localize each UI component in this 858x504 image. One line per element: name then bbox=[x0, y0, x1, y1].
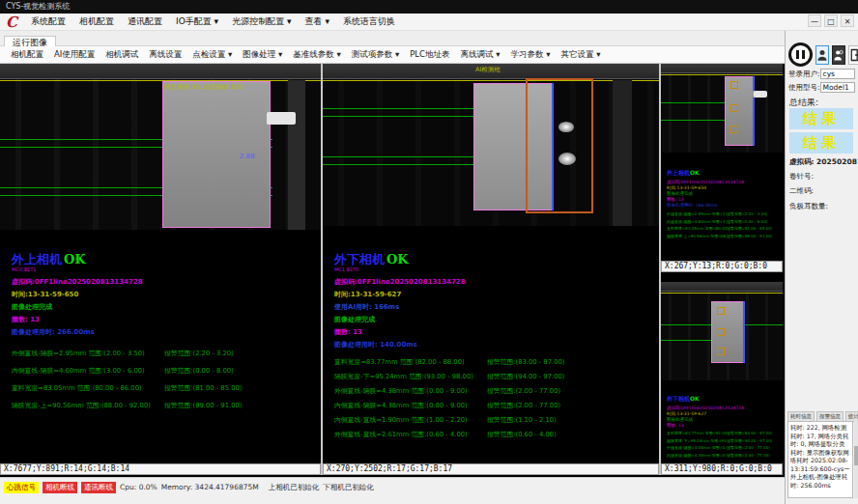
measurement-text: 外侧直线-隔膜=2.95mm 范围:(2.00 - 3.50) bbox=[12, 349, 164, 358]
measurement-text: 直料宽度=83.77mm 范围:(82.00 - 88.00) bbox=[667, 431, 727, 435]
ai-mark-square bbox=[717, 348, 725, 355]
measurement-text: 直料宽度=83.05mm 范围:(80.00 - 86.00) bbox=[12, 383, 164, 393]
measure-marker-label: 2.88 bbox=[240, 153, 255, 160]
top-camera-init-status: 上相机已初始化 bbox=[269, 483, 320, 492]
elapsed-line: 图像处理用时: 266.00ms bbox=[667, 203, 781, 208]
measurement-alarm: 报警范围:(2.00 - 77.00) bbox=[727, 453, 770, 458]
left-coordinate-bar: X:7677;Y:891;R:14;G:14;B:14 bbox=[0, 463, 321, 475]
measurement-alarm: 报警范围:(2.20 - 3.20) bbox=[164, 349, 234, 358]
tool-camera-config[interactable]: 相机配置 bbox=[6, 47, 48, 63]
small-camera-image-1[interactable] bbox=[661, 64, 783, 153]
stats-text-box[interactable]: 耗时: 222, 网络检测耗时: 17, 网络分类耗时: 0, 网络提取分类耗时… bbox=[787, 421, 853, 498]
time-line: 时间:13-31-59-627 bbox=[667, 411, 781, 416]
exit-button[interactable] bbox=[848, 45, 858, 65]
tool-image-process[interactable]: 图像处理 ▾ bbox=[238, 47, 287, 63]
bottom-camera-init-status: 下相机已初始化 bbox=[323, 483, 374, 492]
tool-test-params[interactable]: 测试项参数 ▾ bbox=[347, 47, 404, 63]
close-icon[interactable]: ✕ bbox=[841, 14, 854, 27]
probe-connector bbox=[267, 112, 296, 125]
login-row: 登录用户: cys bbox=[788, 69, 855, 79]
measurement-text: 直料宽度=83.77mm 范围:(82.00 - 88.00) bbox=[334, 357, 487, 367]
menu-item-camera-config[interactable]: 相机配置 bbox=[73, 14, 120, 30]
measurement-text: 隔膜宽度-下=95.24mm 范围:(93.00 - 98.00) bbox=[667, 438, 727, 443]
tool-ai-use-config[interactable]: AI使用配置 bbox=[49, 47, 100, 63]
user-button[interactable] bbox=[815, 45, 829, 65]
small-camera-image-2[interactable] bbox=[661, 282, 783, 380]
minimize-icon[interactable]: — bbox=[808, 14, 821, 27]
left-camera-panel: 静态阈值:93, 动态阈值:100 2.88 外上相机OK MC0:B1T1 虚… bbox=[0, 64, 321, 475]
tool-learn-params[interactable]: 学习参数 ▾ bbox=[505, 47, 555, 63]
gray-band bbox=[613, 80, 632, 226]
done-line: 图像处理完成 bbox=[334, 315, 657, 324]
window-controls: — □ ✕ bbox=[808, 14, 854, 27]
model-field[interactable]: Model1 bbox=[820, 82, 855, 93]
exit-door-icon bbox=[850, 48, 858, 62]
reflection-spot bbox=[558, 153, 576, 165]
count-line: 圈数: 13 bbox=[12, 315, 316, 324]
barcode-line: 虚拟码:0FF1line2025020813134728 bbox=[334, 277, 657, 287]
camera-status: OK bbox=[690, 395, 700, 402]
tool-camera-debug[interactable]: 相机调试 bbox=[100, 47, 143, 63]
title-bar[interactable]: CYS-视觉检测系统 bbox=[0, 0, 858, 14]
tool-other-setting[interactable]: 其它设置 ▾ bbox=[556, 47, 605, 63]
menu-item-light-config[interactable]: 光源控制配置 ▾ bbox=[226, 14, 297, 30]
measurement-alarm: 报警范围:(83.00 - 87.00) bbox=[487, 357, 564, 367]
measurement-alarm: 报警范围:(0.00 - 8.00) bbox=[727, 219, 767, 224]
measurement-text: 内侧直线-隔膜=4.60mm 范围:(3.00 - 6.00) bbox=[12, 366, 164, 376]
measurement-rows: 外侧直线-隔膜=2.95mm 范围:(2.00 - 3.50)报警范围:(2.2… bbox=[12, 349, 316, 410]
measurement-alarm: 报警范围:(94.00 - 97.00) bbox=[487, 372, 564, 381]
menu-item-io-config[interactable]: IO手配置 ▾ bbox=[170, 14, 224, 30]
left-camera-image[interactable]: 静态阈值:93, 动态阈值:100 2.88 bbox=[0, 64, 321, 230]
measurement-row: 隔膜宽度-下=95.24mm 范围:(93.00 - 98.00)报警范围:(9… bbox=[334, 372, 657, 381]
user-gear-icon bbox=[834, 48, 844, 62]
measure-line-green bbox=[661, 340, 715, 341]
barcode-value-line: 虚拟码: 20250208 bbox=[789, 157, 857, 167]
baseline-yellow bbox=[661, 74, 783, 75]
mid-camera-image[interactable]: AI检测框 bbox=[323, 64, 659, 226]
menu-item-view[interactable]: 查看 ▾ bbox=[300, 14, 335, 30]
menu-items: 系统配置 相机配置 通讯配置 IO手配置 ▾ 光源控制配置 ▾ 查看 ▾ 系统语… bbox=[25, 14, 401, 30]
tool-plc-address[interactable]: PLC地址表 bbox=[405, 47, 454, 63]
small-coordinate-bar-1: X:267;Y:13;R:0;G:0;B:0 bbox=[661, 261, 783, 272]
measurement-alarm: 报警范围:(2.00 - 77.00) bbox=[487, 401, 560, 410]
measurement-row: 直料宽度=83.77mm 范围:(82.00 - 88.00)报警范围:(83.… bbox=[334, 357, 657, 367]
window-title: CYS-视觉检测系统 bbox=[6, 2, 70, 11]
measurement-row: 外侧直线-隔膜=4.38mm 范围:(0.00 - 9.00)报警范围:(2.0… bbox=[334, 386, 657, 396]
measurement-text: 隔膜宽度-上=90.56mm 范围:(88.00 - 92.00) bbox=[667, 234, 727, 238]
menu-item-system-config[interactable]: 系统配置 bbox=[25, 14, 72, 30]
measurement-text: 内侧直线-直线=1.90mm 范围:(1.00 - 2.20) bbox=[334, 415, 487, 425]
camera-status: OK bbox=[64, 252, 86, 266]
count-line: 圈数: 13 bbox=[667, 197, 781, 202]
left-result-text: 外上相机OK MC0:B1T1 虚拟码:0FF1line202502081313… bbox=[12, 249, 316, 418]
user-settings-button[interactable] bbox=[832, 45, 845, 65]
camera-offline-badge: 相机断线 bbox=[43, 482, 77, 493]
camera-status: OK bbox=[690, 169, 700, 176]
tool-baseline-params[interactable]: 基准线参数 ▾ bbox=[288, 47, 345, 63]
measurement-alarm: 报警范围:(83.00 - 87.00) bbox=[727, 431, 772, 435]
measurement-row: 隔膜宽度-上=90.56mm 范围:(88.00 - 92.00)报警范围:(8… bbox=[667, 234, 781, 238]
qrcode-label: 二维码: bbox=[789, 186, 814, 196]
menu-item-comm-config[interactable]: 通讯配置 bbox=[122, 14, 168, 30]
small-camera-panel-2: 外下相机OK 虚拟码:0FF1line2025020813134728 时间:1… bbox=[661, 274, 783, 463]
needle-label: 卷针号: bbox=[789, 172, 814, 182]
measurement-rows: 外侧直线-隔膜=2.95mm 范围:(2.00 - 3.50)报警范围:(2.2… bbox=[667, 211, 781, 238]
control-buttons bbox=[788, 42, 858, 67]
main-area: 静态阈值:93, 动态阈值:100 2.88 外上相机OK MC0:B1T1 虚… bbox=[0, 64, 785, 475]
tool-offline-setting[interactable]: 离线设置 bbox=[144, 47, 186, 63]
menu-item-language-switch[interactable]: 系统语言切换 bbox=[337, 14, 401, 30]
small-coordinate-bar-2: X:311;Y:980;R:0;G:0;B:0 bbox=[661, 463, 783, 475]
maximize-icon[interactable]: □ bbox=[824, 14, 838, 27]
barcode-line: 虚拟码:0FF1line2025020813134728 bbox=[667, 406, 781, 410]
ai-mark-square bbox=[730, 81, 738, 89]
measure-line-green bbox=[661, 120, 729, 121]
login-user-field[interactable]: cys bbox=[820, 69, 855, 79]
measurement-alarm: 报警范围:(0.00 - 8.00) bbox=[164, 366, 234, 376]
small-camera-panel-1: 外上相机OK 虚拟码:0FF1line2025020813134728 时间:1… bbox=[661, 64, 783, 261]
tool-spotcheck-setting[interactable]: 点检设置 ▾ bbox=[187, 47, 237, 63]
pause-button[interactable] bbox=[788, 42, 813, 67]
probe-connector bbox=[754, 91, 767, 98]
stats-scrollbar-thumb[interactable] bbox=[854, 446, 858, 465]
ai-time-line: 使用AI用时: 166ms bbox=[334, 302, 657, 312]
menu-bar: C 系统配置 相机配置 通讯配置 IO手配置 ▾ 光源控制配置 ▾ 查看 ▾ 系… bbox=[0, 14, 858, 31]
tool-offline-debug[interactable]: 离线调试 ▾ bbox=[456, 47, 505, 63]
